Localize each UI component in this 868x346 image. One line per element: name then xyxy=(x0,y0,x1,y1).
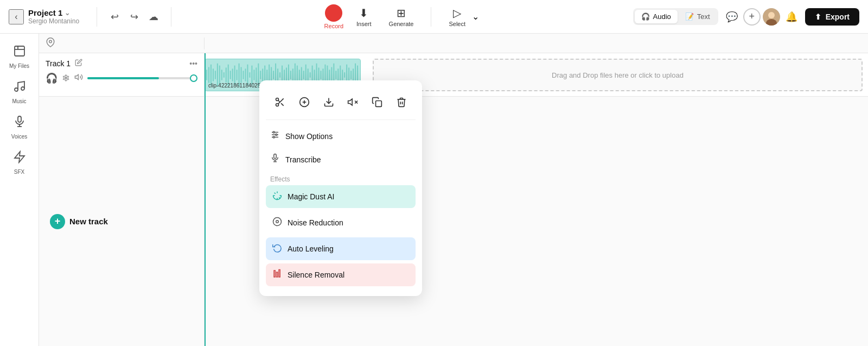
audio-mode-button[interactable]: 🎧 Audio xyxy=(635,10,678,23)
cloud-button[interactable]: ☁ xyxy=(145,8,162,26)
ctx-add-button[interactable] xyxy=(293,91,315,113)
back-button[interactable]: ‹ xyxy=(9,9,24,24)
ctx-cut-button[interactable] xyxy=(269,91,291,113)
volume-icon[interactable] xyxy=(74,73,83,84)
sidebar-item-my-files[interactable]: My Files xyxy=(2,40,37,73)
editor: 00:00 00:15 00:30 00:45 01:00 01:15 01:3… xyxy=(39,34,868,346)
undo-button[interactable]: ↩ xyxy=(106,8,123,26)
headphone-icon[interactable]: 🎧 xyxy=(46,72,58,84)
context-toolbar xyxy=(266,87,416,120)
ctx-silence-removal[interactable]: Silence Removal xyxy=(266,263,416,286)
svg-point-6 xyxy=(15,88,18,91)
drop-label: Drag and Drop files here or click to upl… xyxy=(552,71,684,79)
tracks-left: Track 1 ••• 🎧 ❄ xyxy=(39,53,205,346)
timeline-header: 00:00 00:15 00:30 00:45 01:00 01:15 01:3… xyxy=(39,34,868,53)
svg-marker-13 xyxy=(75,74,78,79)
main-area: My Files Music Voices xyxy=(0,34,868,346)
generate-button[interactable]: ⊞ Generate xyxy=(385,4,418,29)
effects-section-label: Effects xyxy=(266,171,416,185)
record-label: Record xyxy=(324,23,343,29)
insert-button[interactable]: ⬇ Insert xyxy=(352,4,376,29)
sidebar-item-sfx[interactable]: SFX xyxy=(2,146,37,179)
svg-point-108 xyxy=(276,221,279,223)
new-track-area: + New track xyxy=(39,97,204,346)
svg-rect-104 xyxy=(274,154,277,159)
comment-button[interactable]: 💬 xyxy=(723,8,741,26)
svg-rect-3 xyxy=(15,46,24,56)
svg-rect-8 xyxy=(18,116,21,122)
track-more-icon[interactable]: ••• xyxy=(189,59,197,68)
ctx-auto-leveling[interactable]: Auto Leveling xyxy=(266,237,416,260)
generate-icon: ⊞ xyxy=(397,7,406,20)
project-chevron-icon[interactable]: ⌄ xyxy=(65,9,70,17)
notifications-button[interactable]: 🔔 xyxy=(782,8,801,26)
drop-area[interactable]: Drag and Drop files here or click to upl… xyxy=(373,59,863,91)
auto-leveling-icon xyxy=(272,243,282,255)
select-button[interactable]: ▷ Select xyxy=(444,4,470,29)
sidebar-item-voices[interactable]: Voices xyxy=(2,111,37,144)
volume-thumb[interactable] xyxy=(190,74,197,82)
svg-point-12 xyxy=(49,40,52,43)
insert-icon: ⬇ xyxy=(359,7,368,20)
toolbar: ‹ Project 1 ⌄ Sergio Montanino ↩ ↪ ☁ Rec… xyxy=(0,0,868,34)
svg-point-1 xyxy=(768,12,775,18)
silence-removal-label: Silence Removal xyxy=(288,270,344,279)
track-controls: 🎧 ❄ xyxy=(46,72,197,84)
toolbar-left: ‹ Project 1 ⌄ Sergio Montanino xyxy=(9,8,79,25)
context-menu: Show Options Transcribe Effects Magic Du… xyxy=(259,80,422,296)
text-mode-button[interactable]: 📝 Text xyxy=(679,10,717,23)
ctx-duplicate-button[interactable] xyxy=(366,91,388,113)
ctx-delete-button[interactable] xyxy=(391,91,412,113)
snowflake-icon[interactable]: ❄ xyxy=(62,72,70,84)
divider-3 xyxy=(431,7,431,27)
ctx-noise-reduction[interactable]: Noise Reduction xyxy=(266,211,416,234)
project-title: Project 1 ⌄ xyxy=(28,8,79,17)
select-chevron[interactable]: ⌄ xyxy=(471,9,480,24)
svg-rect-109 xyxy=(274,270,275,277)
volume-fill xyxy=(87,77,159,79)
sidebar-my-files-label: My Files xyxy=(9,63,29,69)
mode-toggle: 🎧 Audio 📝 Text xyxy=(633,8,718,25)
project-info: Project 1 ⌄ Sergio Montanino xyxy=(28,8,79,25)
select-group: ▷ Select ⌄ xyxy=(444,4,480,29)
ctx-transcribe[interactable]: Transcribe xyxy=(266,148,416,171)
new-track-plus-icon: + xyxy=(50,214,65,229)
my-files-icon xyxy=(13,45,26,61)
record-button[interactable]: Record xyxy=(324,4,343,29)
show-options-icon xyxy=(270,130,280,142)
avatar[interactable] xyxy=(763,8,780,26)
redo-button[interactable]: ↪ xyxy=(125,8,143,26)
sidebar-music-label: Music xyxy=(12,98,26,104)
ctx-magic-dust[interactable]: Magic Dust AI xyxy=(266,185,416,208)
export-button[interactable]: ⬆ Export xyxy=(805,8,859,26)
audio-mode-icon: 🎧 xyxy=(641,12,650,21)
show-options-label: Show Options xyxy=(285,132,333,141)
svg-marker-94 xyxy=(348,99,353,105)
add-button[interactable]: + xyxy=(743,8,761,26)
volume-slider[interactable] xyxy=(87,77,197,79)
ctx-mute-button[interactable] xyxy=(342,91,363,113)
ctx-show-options[interactable]: Show Options xyxy=(266,124,416,148)
export-label: Export xyxy=(826,12,850,21)
toolbar-actions: ↩ ↪ ☁ xyxy=(106,8,162,26)
toolbar-right: 🎧 Audio 📝 Text 💬 + 🔔 ⬆ Export xyxy=(633,8,859,26)
sidebar-voices-label: Voices xyxy=(11,134,27,140)
sidebar-sfx-label: SFX xyxy=(14,169,24,175)
new-track-button[interactable]: + New track xyxy=(50,214,108,229)
svg-marker-11 xyxy=(15,152,24,162)
svg-rect-110 xyxy=(277,272,278,277)
track-col-header xyxy=(39,37,205,49)
magic-dust-label: Magic Dust AI xyxy=(288,192,334,201)
ctx-download-button[interactable] xyxy=(318,91,340,113)
select-label: Select xyxy=(449,21,465,27)
timeline-playhead xyxy=(205,53,206,346)
text-mode-label: Text xyxy=(697,12,710,21)
track-1-name: Track 1 xyxy=(46,59,71,68)
silence-removal-icon xyxy=(272,269,282,281)
sidebar-item-music[interactable]: Music xyxy=(2,76,37,109)
svg-rect-97 xyxy=(375,101,381,107)
svg-point-86 xyxy=(276,104,279,106)
track-edit-icon[interactable] xyxy=(75,59,82,68)
divider-1 xyxy=(97,7,97,27)
noise-reduction-label: Noise Reduction xyxy=(288,218,343,227)
